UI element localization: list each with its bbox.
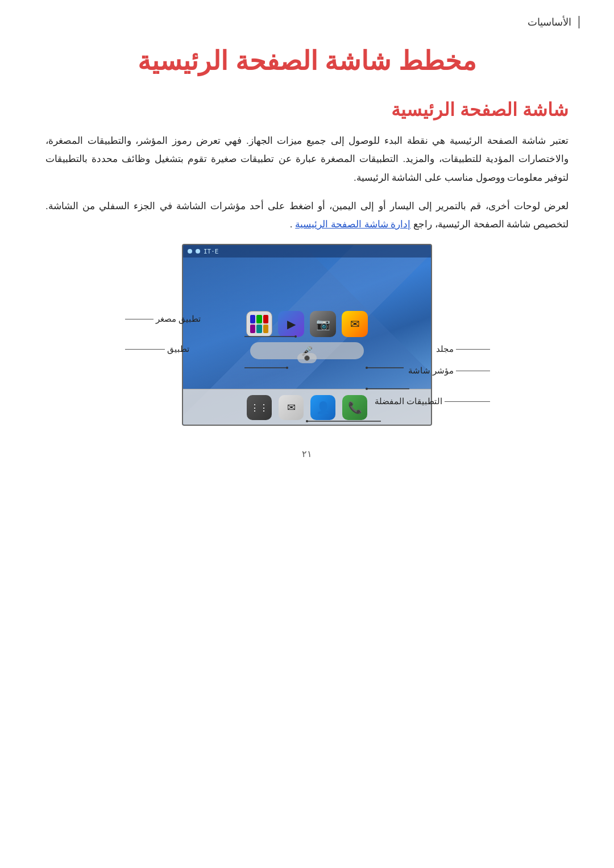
- mail-symbol: ✉: [350, 317, 360, 331]
- play-app-icon: ▶: [278, 311, 304, 337]
- phone-dock: 📞 👤 ✉ ⋮⋮: [183, 389, 431, 425]
- app-row-container: ✉ 📷 ▶: [183, 311, 431, 340]
- envelope-symbol: ✉: [287, 401, 296, 414]
- diagram-wrapper: IT·E 🎤: [114, 244, 500, 426]
- screen-indicator-line: [456, 371, 490, 371]
- folder-label: مجلد: [436, 344, 490, 354]
- screen-indicator: [297, 353, 317, 363]
- status-time: IT·E: [204, 248, 219, 255]
- app-line: [125, 349, 165, 350]
- screen-indicator-label: مؤشر شاشة: [408, 366, 490, 376]
- paragraph2: لعرض لوحات أخرى، قم بالتمرير إلى اليسار …: [45, 197, 569, 234]
- content-area: مخطط شاشة الصفحة الرئيسية شاشة الصفحة ال…: [0, 0, 614, 510]
- dock-phone-icon: 📞: [342, 395, 367, 420]
- mini-app-label: تطبيق مصغر: [125, 314, 201, 324]
- mail-app-icon: ✉: [342, 311, 368, 337]
- folder-grid: [248, 313, 271, 335]
- favorite-apps-label-text: التطبيقات المفضلة: [375, 396, 442, 406]
- top-label-text: الأساسيات: [528, 16, 571, 28]
- folder-label-text: مجلد: [436, 344, 454, 354]
- dock-mail-icon: ✉: [279, 395, 304, 420]
- app-label-text: تطبيق: [167, 344, 189, 354]
- grid-symbol: ⋮⋮: [250, 402, 268, 413]
- section-title: شاشة الصفحة الرئيسية: [45, 99, 569, 121]
- fc4: [263, 325, 268, 333]
- favorite-apps-label: التطبيقات المفضلة: [375, 396, 490, 406]
- fc2: [256, 315, 262, 323]
- folder-line: [456, 349, 490, 350]
- page-number: ٢١: [45, 448, 569, 476]
- dock-apps-icon: ⋮⋮: [247, 395, 272, 420]
- fc1: [263, 315, 268, 323]
- screen-indicator-label-text: مؤشر شاشة: [408, 366, 454, 376]
- status-dot: [196, 249, 200, 254]
- dock-contacts-icon: 👤: [310, 395, 335, 420]
- page-container: الأساسيات مخطط شاشة الصفحة الرئيسية شاشة…: [0, 0, 614, 868]
- folder-icon: [246, 311, 272, 337]
- fc6: [250, 325, 255, 333]
- fc3: [250, 315, 255, 323]
- person-symbol: 👤: [316, 401, 330, 414]
- main-title: مخطط شاشة الصفحة الرئيسية: [45, 45, 569, 76]
- camera-app-icon: 📷: [310, 311, 336, 337]
- app-row: ✉ 📷 ▶: [183, 311, 431, 337]
- mini-app-label-text: تطبيق مصغر: [156, 314, 201, 324]
- status-bar: IT·E: [183, 245, 431, 258]
- indicator-dot-active: [304, 355, 310, 361]
- phone-symbol: 📞: [348, 401, 362, 414]
- mini-app-line: [125, 319, 154, 319]
- favorite-apps-line: [445, 401, 490, 402]
- status-dot2: [188, 249, 192, 254]
- paragraph1: تعتبر شاشة الصفحة الرئيسية هي نقطة البدء…: [45, 132, 569, 187]
- home-screen-link[interactable]: إدارة شاشة الصفحة الرئيسية: [295, 219, 410, 230]
- camera-symbol: 📷: [316, 317, 330, 331]
- top-label: الأساسيات: [528, 16, 580, 28]
- fc5: [256, 325, 262, 333]
- play-symbol: ▶: [287, 317, 296, 331]
- screen-indicator-container: [183, 353, 431, 363]
- paragraph2-text2: .: [290, 219, 293, 230]
- app-label: تطبيق: [125, 344, 189, 354]
